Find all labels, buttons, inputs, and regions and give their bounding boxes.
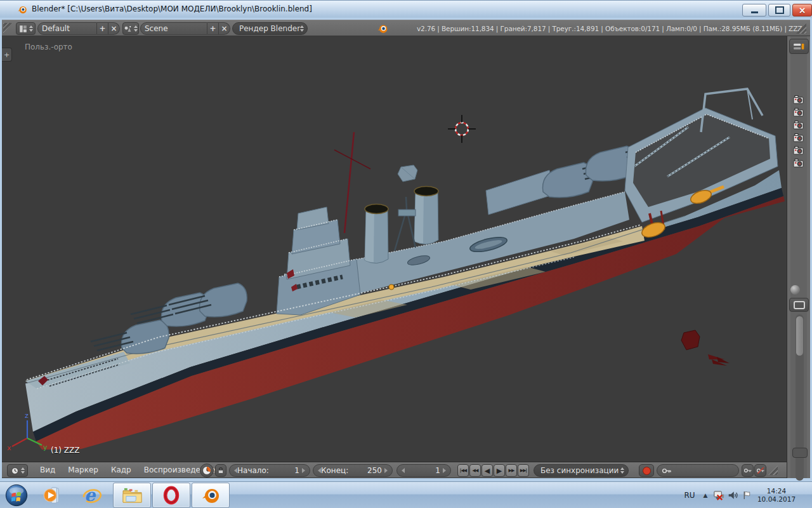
language-indicator[interactable]: RU [680, 491, 699, 500]
start-button[interactable] [3, 483, 30, 508]
timeline-editor-type-button[interactable] [7, 464, 28, 477]
lock-button[interactable] [215, 464, 226, 477]
taskbar-apps: e [3, 482, 230, 508]
clock-pie-icon [202, 465, 212, 476]
windows-media-player-icon[interactable] [32, 483, 71, 508]
action-center-flag-icon[interactable] [740, 489, 754, 502]
timeline-resize-grip[interactable] [768, 465, 778, 475]
opera-button[interactable] [152, 483, 190, 508]
window-title: Blender* [C:\Users\Вита\Desktop\МОИ МОДЕ… [32, 4, 312, 13]
properties-panel-strip[interactable] [787, 36, 810, 478]
internet-explorer-icon[interactable]: e [72, 483, 112, 508]
close-button[interactable]: × [792, 4, 812, 17]
camera-icon[interactable] [793, 133, 804, 143]
timeline-menu-item[interactable]: Кадр [105, 465, 138, 474]
system-tray: RU ▲ 14:24 10.04.2017 [680, 482, 812, 508]
clock-icon [11, 467, 19, 475]
tool-shelf-toggle[interactable]: + [2, 48, 12, 62]
key-icon [662, 467, 672, 474]
material-preview-icon [790, 285, 800, 295]
volume-icon[interactable] [726, 489, 740, 502]
panel-button[interactable] [789, 298, 809, 312]
timeline-menu-item[interactable]: Вид [34, 465, 62, 474]
current-frame-field[interactable]: 1 [396, 464, 451, 477]
record-button[interactable] [639, 464, 654, 477]
play-button[interactable]: ▶ [494, 464, 505, 477]
editor-layout-icon [19, 25, 27, 33]
play-reverse-button[interactable]: ◀ [481, 464, 493, 477]
camera-icon[interactable] [793, 145, 804, 156]
ship-bridge-tower[interactable] [277, 207, 360, 315]
playback-controls: |◀◀◀◀◀▶▶▶▶▶| [457, 464, 529, 477]
panel-resize-grip[interactable] [792, 448, 808, 458]
taskbar: e RU ▲ 14:24 10.04.2017 [0, 481, 812, 508]
clock-date: 10.04.2017 [754, 495, 799, 504]
frame-start-field[interactable]: Начало: 1 [229, 464, 310, 477]
cursor-3d[interactable] [448, 115, 476, 143]
render-engine-select[interactable]: Рендер Blender [232, 22, 308, 35]
frame-end-field[interactable]: Конец: 250 [313, 464, 393, 477]
timeline-header: ВидМаркерКадрВоспроизведение Начало: 1 К… [2, 462, 787, 478]
lock-icon [217, 466, 225, 475]
screen-layout-selector[interactable]: Default + × [37, 22, 120, 35]
blender-button[interactable] [192, 483, 230, 508]
show-hidden-icons-button[interactable]: ▲ [699, 492, 712, 498]
frame-start-label: Начало: [237, 466, 269, 475]
axis-x-label: x [7, 444, 11, 452]
remove-layout-button[interactable]: × [108, 22, 120, 35]
camera-icon[interactable] [793, 107, 804, 117]
clock-time: 14:24 [754, 487, 799, 495]
camera-icon[interactable] [793, 95, 804, 105]
camera-icon[interactable] [793, 158, 804, 168]
frame-start-value: 1 [272, 466, 299, 475]
scrollbar-thumb[interactable] [796, 316, 803, 356]
timeline-menubar: ВидМаркерКадрВоспроизведение [34, 462, 221, 478]
key-icon [743, 467, 752, 474]
add-layout-button[interactable]: + [97, 22, 108, 35]
blender-logo-icon [376, 22, 389, 35]
remove-scene-button[interactable]: × [219, 22, 230, 35]
frame-end-value: 250 [351, 466, 382, 475]
file-explorer-button[interactable] [113, 483, 151, 508]
titlebar[interactable]: Blender* [C:\Users\Вита\Desktop\МОИ МОДЕ… [0, 0, 812, 18]
next-keyframe-button[interactable]: ▶▶ [506, 464, 517, 477]
screen: Blender* [C:\Users\Вита\Desktop\МОИ МОДЕ… [0, 0, 812, 508]
keying-set-field[interactable] [657, 464, 739, 477]
scene-statistics: v2.76 | Вершин:11,834 | Граней:7,817 | Т… [417, 25, 802, 32]
blender-logo-icon [16, 4, 28, 15]
outliner-icon [793, 43, 805, 51]
jump-to-start-button[interactable]: |◀◀ [457, 464, 469, 477]
object-origin-dot[interactable] [389, 284, 394, 290]
editor-type-button[interactable] [16, 22, 36, 35]
ship-mast [334, 132, 370, 233]
minimize-button[interactable] [742, 4, 766, 17]
frame-end-label: Конец: [321, 466, 348, 475]
scene-icon [124, 25, 132, 33]
layout-name: Default [37, 22, 97, 35]
axis-z-label: z [25, 411, 29, 420]
viewport-3d[interactable]: x y z Польз.-орто (1) ZZZ + [2, 36, 787, 462]
scene-browse-button[interactable] [122, 22, 139, 35]
timeline-menu-item[interactable]: Маркер [62, 465, 105, 474]
scene-selector[interactable]: Scene + × [140, 22, 230, 35]
camera-icon[interactable] [793, 120, 804, 130]
maximize-button[interactable] [768, 4, 790, 17]
ship-model: x y z [2, 36, 787, 462]
header-resize-grip[interactable] [3, 23, 12, 34]
jump-to-end-button[interactable]: ▶▶| [518, 464, 529, 477]
blender-app: Default + × Scene + × Рендер Blender v2.… [2, 20, 810, 478]
key-delete-icon [756, 467, 765, 474]
add-scene-button[interactable]: + [207, 22, 219, 35]
sync-mode-select[interactable]: Без синхронизации [534, 464, 629, 477]
previous-keyframe-button[interactable]: ◀◀ [469, 464, 481, 477]
insert-keyframe-button[interactable] [742, 464, 754, 477]
view-mode-label: Польз.-орто [25, 43, 72, 51]
network-disconnected-icon[interactable] [712, 489, 726, 502]
active-object-label: (1) ZZZ [51, 446, 79, 455]
delete-keyframe-button[interactable] [754, 464, 766, 477]
outliner-header-button[interactable] [789, 39, 809, 54]
scene-name: Scene [140, 22, 207, 35]
axis-y-label: y [43, 443, 48, 451]
realtime-playback-toggle[interactable] [200, 464, 214, 478]
taskbar-clock[interactable]: 14:24 10.04.2017 [754, 487, 799, 504]
